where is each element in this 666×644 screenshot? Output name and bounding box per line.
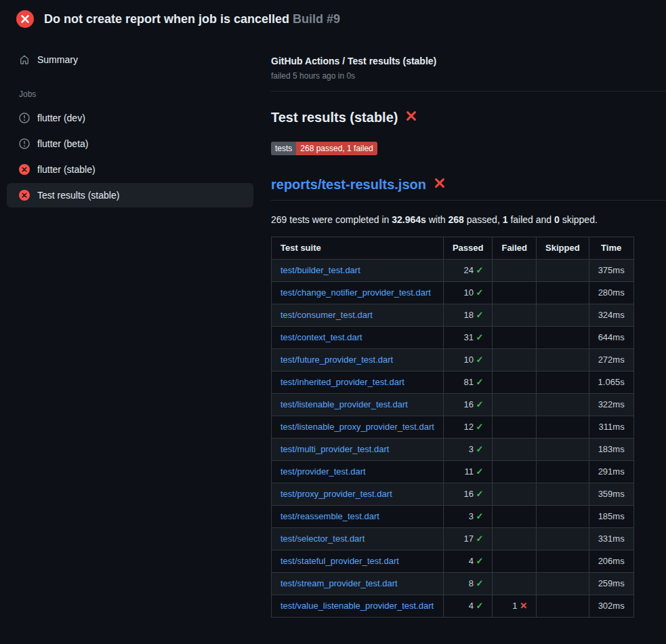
time-cell: 280ms xyxy=(589,282,633,304)
time-cell: 311ms xyxy=(589,416,633,439)
summary-text: skipped. xyxy=(560,214,598,225)
sidebar-item-summary[interactable]: Summary xyxy=(7,47,253,72)
passed-cell: 3 ✓ xyxy=(443,506,493,528)
test-suite-cell: test/listenable_provider_test.dart xyxy=(272,394,444,416)
skipped-cell xyxy=(537,282,589,304)
test-suite-link[interactable]: test/stateful_provider_test.dart xyxy=(280,556,399,566)
table-row: test/stateful_provider_test.dart 4 ✓ 206… xyxy=(272,550,634,573)
failed-status-icon xyxy=(16,10,34,28)
test-suite-cell: test/change_notifier_provider_test.dart xyxy=(272,282,444,304)
check-icon: ✓ xyxy=(476,355,484,365)
table-row: test/context_test.dart 31 ✓ 644ms xyxy=(272,327,634,349)
passed-count: 3 xyxy=(469,444,474,454)
sidebar-item-flutter-stable[interactable]: flutter (stable) xyxy=(7,157,253,182)
sidebar-item-test-results-stable[interactable]: Test results (stable) xyxy=(7,183,253,207)
report-link[interactable]: reports/test-results.json xyxy=(271,177,426,193)
passed-count: 10 xyxy=(463,287,473,298)
passed-cell: 4 ✓ xyxy=(443,550,493,573)
test-suite-link[interactable]: test/proxy_provider_test.dart xyxy=(280,489,392,499)
table-row: test/reassemble_test.dart 3 ✓ 185ms xyxy=(272,506,634,528)
table-row: test/inherited_provider_test.dart 81 ✓ 1… xyxy=(272,371,634,394)
passed-count: 24 xyxy=(463,265,473,275)
check-icon: ✓ xyxy=(476,511,484,521)
failed-status-icon xyxy=(19,190,30,201)
test-suite-link[interactable]: test/value_listenable_provider_test.dart xyxy=(280,601,434,611)
time-cell: 183ms xyxy=(589,439,633,461)
test-suite-link[interactable]: test/provider_test.dart xyxy=(280,466,366,477)
test-suite-cell: test/future_provider_test.dart xyxy=(272,349,444,371)
table-row: test/listenable_provider_test.dart 16 ✓ … xyxy=(272,394,634,416)
section-title: Test results (stable) xyxy=(271,110,666,125)
failed-cell xyxy=(493,573,537,595)
test-suite-link[interactable]: test/listenable_proxy_provider_test.dart xyxy=(280,422,434,432)
check-icon: ✓ xyxy=(476,377,484,387)
test-suite-cell: test/selector_test.dart xyxy=(272,528,444,550)
failed-cell: 1 ✕ xyxy=(493,595,537,618)
column-header-time: Time xyxy=(589,237,633,260)
time-cell: 324ms xyxy=(589,304,633,327)
failed-cell xyxy=(493,416,537,439)
skipped-cell xyxy=(537,349,589,371)
sidebar-item-flutter-dev[interactable]: flutter (dev) xyxy=(7,106,253,130)
skipped-cell xyxy=(537,506,589,528)
passed-cell: 8 ✓ xyxy=(443,573,493,595)
test-suite-link[interactable]: test/future_provider_test.dart xyxy=(280,355,393,365)
failed-cell xyxy=(493,282,537,304)
test-suite-link[interactable]: test/change_notifier_provider_test.dart xyxy=(280,287,431,298)
test-suite-cell: test/stateful_provider_test.dart xyxy=(272,550,444,573)
skipped-cell xyxy=(537,573,589,595)
time-cell: 359ms xyxy=(589,483,633,506)
sidebar-item-flutter-beta[interactable]: flutter (beta) xyxy=(7,132,253,156)
check-icon: ✓ xyxy=(476,265,484,275)
skipped-cell xyxy=(537,439,589,461)
passed-cell: 10 ✓ xyxy=(443,282,493,304)
time-cell: 322ms xyxy=(589,394,633,416)
run-title: Do not create report when job is cancell… xyxy=(44,12,289,26)
time-cell: 331ms xyxy=(589,528,633,550)
passed-cell: 11 ✓ xyxy=(443,461,493,483)
test-suite-cell: test/stream_provider_test.dart xyxy=(272,573,444,595)
table-row: test/proxy_provider_test.dart 16 ✓ 359ms xyxy=(272,483,634,506)
passed-count: 10 xyxy=(463,355,473,365)
test-suite-link[interactable]: test/selector_test.dart xyxy=(280,534,365,544)
check-icon: ✓ xyxy=(476,422,484,432)
test-suite-link[interactable]: test/listenable_provider_test.dart xyxy=(280,399,408,409)
test-suite-cell: test/context_test.dart xyxy=(272,327,444,349)
divider xyxy=(271,91,666,92)
skipped-cell xyxy=(537,550,589,573)
passed-count: 8 xyxy=(469,578,474,588)
check-icon: ✓ xyxy=(476,556,484,566)
column-header-test-suite: Test suite xyxy=(272,237,444,260)
test-suite-link[interactable]: test/context_test.dart xyxy=(280,332,362,342)
test-suite-link[interactable]: test/consumer_test.dart xyxy=(280,310,373,320)
summary-text: with xyxy=(426,214,449,225)
table-row: test/consumer_test.dart 18 ✓ 324ms xyxy=(272,304,634,327)
test-suite-link[interactable]: test/reassemble_test.dart xyxy=(280,511,379,521)
test-suite-link[interactable]: test/builder_test.dart xyxy=(280,265,360,275)
test-suite-link[interactable]: test/inherited_provider_test.dart xyxy=(280,377,404,387)
passed-count: 17 xyxy=(463,534,473,544)
summary-duration: 32.964s xyxy=(392,214,426,225)
summary-text: 269 tests were completed in xyxy=(271,214,392,225)
passed-count: 31 xyxy=(463,332,473,342)
time-cell: 375ms xyxy=(589,260,633,282)
summary-line: 269 tests were completed in 32.964s with… xyxy=(271,214,666,225)
skipped-cell xyxy=(537,595,589,618)
check-icon: ✓ xyxy=(476,310,484,320)
failed-cell xyxy=(493,327,537,349)
check-run-content: GitHub Actions / Test results (stable) f… xyxy=(260,37,666,618)
jobs-section-label: Jobs xyxy=(0,89,260,99)
skipped-cell xyxy=(537,260,589,282)
failed-cell xyxy=(493,394,537,416)
time-cell: 1.065s xyxy=(589,371,633,394)
sidebar-item-label: flutter (stable) xyxy=(37,164,96,175)
passed-cell: 10 ✓ xyxy=(443,349,493,371)
section-title-text: Test results (stable) xyxy=(271,110,398,125)
check-icon: ✓ xyxy=(476,287,484,298)
badge-value: 268 passed, 1 failed xyxy=(296,142,377,155)
test-suite-link[interactable]: test/multi_provider_test.dart xyxy=(280,444,389,454)
passed-count: 16 xyxy=(463,489,473,499)
test-suite-link[interactable]: test/stream_provider_test.dart xyxy=(280,578,398,588)
passed-count: 18 xyxy=(463,310,473,320)
check-run-header: Do not create report when job is cancell… xyxy=(0,0,666,37)
